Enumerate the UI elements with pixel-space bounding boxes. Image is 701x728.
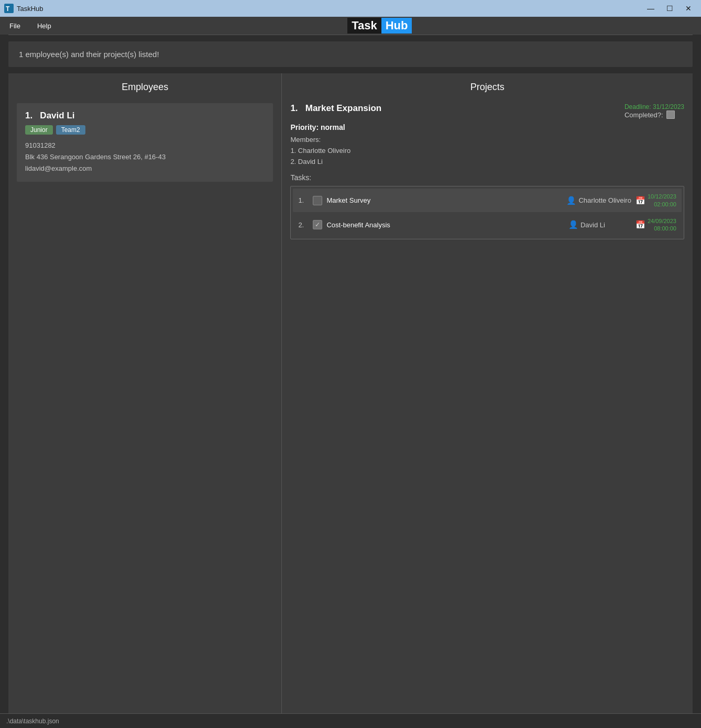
person-icon-2: 👤 (568, 220, 578, 229)
task-number-1: 1. (298, 196, 309, 204)
titlebar: T TaskHub — ☐ ✕ (0, 0, 701, 17)
task-name-2: Cost-benefit Analysis (326, 221, 564, 229)
tag-team2: Team2 (56, 125, 85, 135)
task-checkbox-1[interactable] (313, 196, 322, 205)
projects-panel: Projects 1. Market Expansion Deadline: 3… (282, 73, 693, 713)
logo: Task Hub (347, 18, 412, 34)
tag-junior: Junior (25, 125, 53, 135)
project-name: 1. Market Expansion (290, 103, 381, 114)
project-number: 1. (290, 103, 298, 113)
member2: 2. David Li (290, 157, 684, 168)
completed-checkbox[interactable] (666, 111, 675, 119)
app-icon: T (4, 4, 14, 13)
logo-task: Task (347, 18, 381, 34)
employee-number: 1. (25, 111, 32, 120)
close-button[interactable]: ✕ (680, 2, 697, 15)
project-right-info: Deadline: 31/12/2023 Completed?: (625, 103, 684, 119)
projects-panel-title: Projects (290, 82, 684, 93)
calendar-icon-2: 📅 (636, 220, 645, 229)
task-date-line1-2: 24/09/2023 (648, 217, 676, 225)
calendar-icon-1: 📅 (636, 196, 645, 205)
employee-address: Blk 436 Serangoon Gardens Street 26, #16… (25, 151, 265, 163)
menu-file[interactable]: File (6, 20, 24, 32)
person-icon-1: 👤 (566, 196, 576, 205)
task-assignee-2: 👤 David Li (568, 220, 631, 229)
tasks-label: Tasks: (290, 173, 684, 182)
svg-text:T: T (6, 5, 10, 13)
task-number-2: 2. (298, 221, 309, 229)
employee-name-text: David Li (40, 111, 74, 120)
status-text: 1 employee(s) and their project(s) liste… (19, 50, 159, 59)
project-members: Members: 1. Charlotte Oliveiro 2. David … (290, 135, 684, 167)
menu-help[interactable]: Help (34, 20, 54, 32)
task-assignee-name-2: David Li (580, 221, 605, 229)
employee-info: 91031282 Blk 436 Serangoon Gardens Stree… (25, 140, 265, 174)
task-date-line2-1: 02:00:00 (648, 201, 676, 208)
menubar: File Help Task Hub (0, 17, 701, 35)
maximize-button[interactable]: ☐ (661, 2, 678, 15)
tasks-table: 1. Market Survey 👤 Charlotte Oliveiro 📅 … (290, 186, 684, 239)
file-path: .\data\taskhub.json (6, 718, 59, 725)
logo-hub: Hub (381, 18, 412, 34)
completed-label: Completed?: (625, 111, 663, 119)
task-row-2: 2. Cost-benefit Analysis 👤 David Li 📅 24… (293, 213, 682, 237)
members-label: Members: (290, 135, 684, 146)
task-row: 1. Market Survey 👤 Charlotte Oliveiro 📅 … (293, 189, 682, 212)
task-date-line1-1: 10/12/2023 (648, 193, 676, 200)
task-date-area-1: 📅 10/12/2023 02:00:00 (636, 193, 676, 208)
project-completed: Completed?: (625, 111, 684, 119)
project-header: 1. Market Expansion Deadline: 31/12/2023… (290, 103, 684, 119)
project-priority-text: Priority: normal (290, 123, 345, 131)
project-priority: Priority: normal (290, 123, 684, 131)
status-message: 1 employee(s) and their project(s) liste… (8, 41, 693, 67)
task-date-1: 10/12/2023 02:00:00 (648, 193, 676, 208)
task-assignee-name-1: Charlotte Oliveiro (578, 196, 631, 204)
employees-panel-title: Employees (17, 82, 273, 93)
employee-card: 1. David Li Junior Team2 91031282 Blk 43… (17, 103, 273, 182)
task-date-line2-2: 08:00:00 (648, 225, 676, 232)
minimize-button[interactable]: — (642, 2, 659, 15)
logo-area: Task Hub (65, 18, 695, 34)
project-deadline: Deadline: 31/12/2023 (625, 103, 684, 111)
task-checkbox-2[interactable] (313, 220, 322, 229)
status-text-content: 1 employee(s) and their project(s) liste… (19, 50, 159, 59)
project-name-text: Market Expansion (305, 103, 382, 113)
employee-email: lidavid@example.com (25, 163, 265, 174)
main-content: Employees 1. David Li Junior Team2 91031… (8, 73, 693, 713)
top-divider (8, 35, 693, 35)
employees-panel: Employees 1. David Li Junior Team2 91031… (8, 73, 282, 713)
task-name-1: Market Survey (326, 196, 562, 204)
task-assignee-1: 👤 Charlotte Oliveiro (566, 196, 631, 205)
employee-phone: 91031282 (25, 140, 265, 151)
titlebar-controls: — ☐ ✕ (642, 2, 697, 15)
task-date-area-2: 📅 24/09/2023 08:00:00 (636, 217, 676, 233)
task-date-2: 24/09/2023 08:00:00 (648, 217, 676, 233)
employee-tags: Junior Team2 (25, 125, 265, 135)
member1: 1. Charlotte Oliveiro (290, 146, 684, 157)
titlebar-left: T TaskHub (4, 4, 43, 13)
bottom-bar: .\data\taskhub.json (0, 713, 701, 728)
employee-name: 1. David Li (25, 111, 265, 121)
app-title: TaskHub (17, 5, 43, 13)
